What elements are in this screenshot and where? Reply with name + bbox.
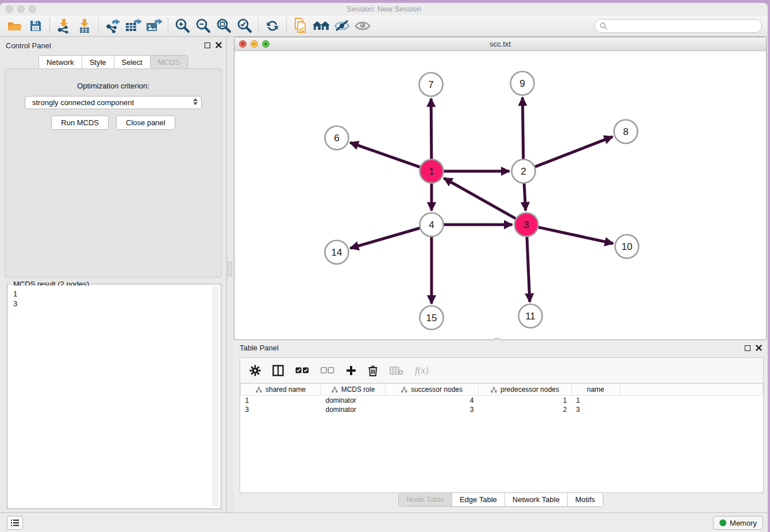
export-image-button[interactable]	[144, 17, 164, 35]
panel-divider-handle[interactable]	[228, 261, 232, 276]
search-input[interactable]	[610, 22, 761, 30]
memory-button[interactable]: Memory	[713, 516, 763, 530]
optimization-criterion-dropdown[interactable]: strongly connected component	[25, 96, 202, 109]
graph-node-1[interactable]: 1	[420, 160, 444, 183]
deselect-all-button[interactable]	[321, 367, 334, 374]
cell-name[interactable]: 3	[572, 405, 620, 414]
cell-predecessor-nodes[interactable]: 2	[479, 405, 572, 414]
graph-node-10[interactable]: 10	[615, 235, 639, 259]
graph-node-label: 3	[523, 219, 529, 230]
cell-predecessor-nodes[interactable]: 1	[479, 396, 572, 405]
zoom-fit-icon	[215, 18, 232, 34]
network-window-titlebar[interactable]: × − + scc.txt	[234, 37, 766, 51]
hierarchy-icon	[401, 387, 407, 393]
graph-node-7[interactable]: 7	[419, 73, 443, 97]
save-session-button[interactable]	[25, 17, 46, 35]
result-scrollbar[interactable]	[213, 287, 218, 506]
graph-node-6[interactable]: 6	[325, 126, 349, 150]
run-mcds-button[interactable]: Run MCDS	[51, 115, 109, 130]
hide-graphics-button[interactable]	[332, 17, 352, 35]
show-panel-menu-button[interactable]	[7, 516, 23, 530]
open-session-button[interactable]	[5, 17, 25, 35]
cell-shared-name[interactable]: 3	[241, 405, 321, 414]
float-table-panel-icon[interactable]	[745, 345, 750, 351]
network-graph[interactable]: 7968124314101511	[234, 51, 766, 340]
tab-network[interactable]: Network	[39, 56, 82, 69]
show-graphics-button[interactable]	[352, 17, 373, 35]
close-panel-icon[interactable]	[215, 42, 222, 48]
export-image-icon	[145, 18, 163, 33]
close-panel-button[interactable]: Close panel	[116, 115, 175, 130]
graph-node-8[interactable]: 8	[614, 120, 638, 144]
graph-node-3[interactable]: 3	[515, 213, 538, 237]
graph-edge-4-14[interactable]	[351, 228, 421, 248]
table-row[interactable]: 3 dominator 3 2 3	[241, 405, 763, 414]
import-network-button[interactable]	[53, 17, 74, 35]
tab-select[interactable]: Select	[114, 56, 151, 69]
graph-node-label: 9	[519, 78, 525, 89]
graph-edge-3-1[interactable]	[444, 178, 516, 219]
graph-node-2[interactable]: 2	[512, 160, 536, 183]
mcds-result-list[interactable]: 1 3	[9, 286, 220, 507]
tab-edge-table[interactable]: Edge Table	[452, 493, 505, 506]
zoom-fit-button[interactable]	[213, 17, 234, 35]
graph-edge-2-8[interactable]	[534, 137, 613, 167]
cell-successor-nodes[interactable]: 4	[386, 396, 479, 405]
column-header-shared-name[interactable]: shared name	[241, 384, 321, 396]
home-icon	[312, 19, 330, 33]
delete-table-button[interactable]	[390, 366, 403, 375]
float-panel-icon[interactable]	[205, 43, 210, 48]
apply-function-button[interactable]: f(x)	[415, 365, 429, 376]
column-header-mcds-role[interactable]: MCDS role	[321, 384, 386, 396]
network-canvas[interactable]: 7968124314101511	[234, 51, 766, 340]
add-row-button[interactable]	[346, 365, 356, 376]
table-panel: Table Panel	[234, 340, 768, 512]
delete-row-button[interactable]	[368, 365, 378, 376]
zoom-selected-button[interactable]	[234, 17, 255, 35]
cell-successor-nodes[interactable]: 3	[386, 405, 479, 414]
column-header-successor-nodes[interactable]: successor nodes	[386, 384, 479, 396]
table-row[interactable]: 1 dominator 4 1 1	[241, 396, 763, 405]
unchecked-boxes-icon	[321, 367, 334, 374]
tab-node-table[interactable]: Node Table	[399, 493, 452, 506]
cell-mcds-role[interactable]: dominator	[321, 405, 386, 414]
select-all-button[interactable]	[295, 367, 309, 374]
graph-edge-1-7[interactable]	[431, 98, 432, 159]
export-table-button[interactable]	[123, 17, 144, 35]
table-settings-button[interactable]	[249, 365, 261, 376]
graph-node-14[interactable]: 14	[325, 241, 349, 264]
search-field[interactable]	[594, 19, 762, 33]
graph-node-label: 14	[332, 247, 342, 258]
result-line: 3	[13, 299, 220, 309]
tab-network-table[interactable]: Network Table	[505, 493, 568, 506]
network-file-icon	[293, 18, 308, 34]
tab-motifs[interactable]: Motifs	[568, 493, 603, 506]
tab-style[interactable]: Style	[82, 56, 114, 69]
cell-name[interactable]: 1	[572, 396, 620, 405]
tab-mcds[interactable]: MCDS	[151, 56, 187, 69]
show-columns-button[interactable]	[272, 365, 284, 376]
graph-edge-1-6[interactable]	[350, 142, 421, 167]
zoom-out-button[interactable]	[192, 17, 213, 35]
zoom-in-button[interactable]	[172, 17, 192, 35]
graph-node-9[interactable]: 9	[511, 72, 534, 95]
import-table-button[interactable]	[74, 17, 95, 35]
refresh-button[interactable]	[262, 17, 283, 35]
graph-node-11[interactable]: 11	[519, 304, 542, 328]
cell-shared-name[interactable]: 1	[241, 396, 321, 405]
home-button[interactable]	[311, 17, 332, 35]
graph-edge-3-10[interactable]	[538, 227, 613, 243]
column-header-name[interactable]: name	[572, 384, 620, 396]
graph-node-4[interactable]: 4	[420, 213, 444, 237]
graph-edge-2-9[interactable]	[522, 97, 523, 159]
graph-node-15[interactable]: 15	[420, 306, 444, 330]
close-table-panel-icon[interactable]	[756, 345, 762, 351]
graph-edge-2-3[interactable]	[524, 183, 526, 210]
statusbar: Memory	[0, 512, 768, 532]
column-header-predecessor-nodes[interactable]: predecessor nodes	[479, 384, 572, 396]
graph-edge-3-11[interactable]	[527, 236, 530, 302]
cell-mcds-role[interactable]: dominator	[321, 396, 386, 405]
export-network-button[interactable]	[102, 17, 123, 35]
network-file-button[interactable]	[290, 17, 311, 35]
gear-icon	[249, 365, 261, 376]
